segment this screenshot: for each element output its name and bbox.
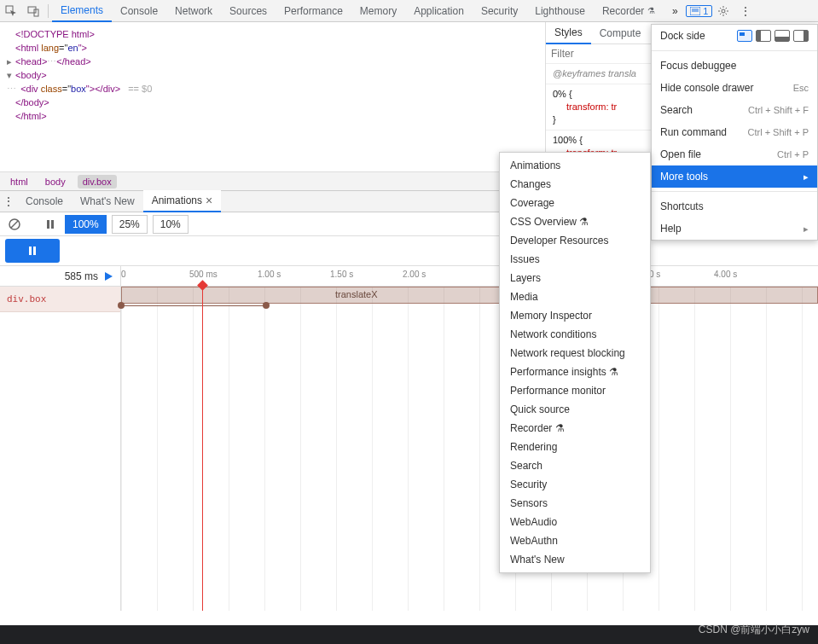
drawer-tab-whatsnew[interactable]: What's New (72, 190, 143, 212)
settings-gear-icon[interactable] (712, 0, 734, 22)
animation-group-thumb[interactable] (5, 239, 60, 263)
menu-open-file[interactable]: Open fileCtrl + P (652, 143, 817, 165)
animation-label: translateX (335, 289, 378, 299)
more-tools-item[interactable]: CSS Overview ⚗ (500, 212, 650, 231)
more-tools-item[interactable]: Security (500, 475, 650, 494)
svg-rect-10 (33, 247, 36, 255)
drawer-tab-animations[interactable]: Animations× (143, 190, 222, 212)
more-tools-item[interactable]: Performance insights ⚗ (500, 363, 650, 381)
more-tools-item[interactable]: Performance monitor (500, 381, 650, 400)
ruler-tick: 500 ms (189, 270, 218, 279)
tab-recorder[interactable]: Recorder⚗ (594, 0, 664, 22)
more-tools-item[interactable]: Issues (500, 250, 650, 269)
dock-bottom-icon[interactable] (774, 30, 790, 42)
tab-memory[interactable]: Memory (351, 0, 405, 22)
timeline-tracks[interactable]: translateX (121, 287, 818, 611)
menu-search[interactable]: SearchCtrl + Shift + F (652, 99, 817, 121)
drawer-tab-console[interactable]: Console (17, 190, 72, 212)
tab-performance[interactable]: Performance (276, 0, 351, 22)
ruler-tick: 1.00 s (258, 270, 281, 279)
more-tools-item[interactable]: What's New (500, 550, 650, 569)
tab-console[interactable]: Console (112, 0, 166, 22)
kebab-menu-icon[interactable]: ⋮ (734, 0, 757, 22)
more-tools-item[interactable]: Network request blocking (500, 344, 650, 363)
animation-track-name[interactable]: div.box (0, 287, 120, 312)
ruler-tick: 1.50 s (330, 270, 353, 279)
styles-tab-computed[interactable]: Compute (591, 22, 650, 44)
dock-right-icon[interactable] (793, 30, 809, 42)
more-tools-submenu: AnimationsChangesCoverageCSS Overview ⚗D… (499, 152, 651, 573)
svg-rect-9 (29, 247, 32, 255)
watermark: CSDN @前端小小白zyw (699, 623, 809, 637)
more-tools-item[interactable]: Network conditions (500, 325, 650, 344)
scrub-time: 585 ms (65, 270, 98, 282)
speed-10[interactable]: 10% (153, 215, 189, 234)
dock-undock-icon[interactable] (737, 30, 752, 42)
play-icon[interactable] (103, 271, 113, 281)
styles-tab-styles[interactable]: Styles (546, 22, 591, 44)
close-icon[interactable]: × (206, 194, 212, 207)
dock-side-row: Dock side (652, 25, 817, 47)
ruler-tick: 2.00 s (403, 270, 426, 279)
clear-icon[interactable] (5, 215, 24, 234)
menu-shortcuts[interactable]: Shortcuts (652, 195, 817, 218)
svg-rect-8 (51, 220, 54, 229)
svg-rect-7 (47, 220, 49, 229)
issues-badge[interactable]: 1 (686, 5, 712, 17)
more-tools-item[interactable]: Media (500, 287, 650, 306)
more-tools-item[interactable]: Layers (500, 269, 650, 287)
timeline-scrubber[interactable] (202, 287, 203, 611)
breadcrumb-item[interactable]: html (5, 175, 33, 189)
more-tools-item[interactable]: Search (500, 456, 650, 475)
menu-run-command[interactable]: Run commandCtrl + Shift + P (652, 121, 817, 143)
more-tools-item[interactable]: Quick source (500, 400, 650, 419)
more-tools-item[interactable]: Animations (500, 156, 650, 175)
more-tools-item[interactable]: Memory Inspector (500, 306, 650, 325)
animation-buffer (0, 236, 818, 266)
menu-more-tools[interactable]: More tools▸ (652, 165, 817, 188)
breadcrumb-item[interactable]: div.box (78, 175, 117, 189)
menu-help[interactable]: Help▸ (652, 218, 817, 240)
menu-hide-drawer[interactable]: Hide console drawerEsc (652, 77, 817, 99)
svg-line-6 (11, 221, 18, 228)
ruler-tick: 4.00 s (714, 270, 737, 279)
more-tabs-icon[interactable]: » (664, 0, 686, 22)
inspect-icon[interactable] (0, 0, 22, 22)
dock-left-icon[interactable] (756, 30, 771, 42)
more-tools-item[interactable]: Developer Resources (500, 231, 650, 250)
speed-25[interactable]: 25% (112, 215, 148, 234)
tab-network[interactable]: Network (166, 0, 221, 22)
settings-dropdown: Dock side Focus debuggee Hide console dr… (651, 24, 818, 241)
more-tools-item[interactable]: Changes (500, 175, 650, 194)
tab-sources[interactable]: Sources (221, 0, 276, 22)
more-tools-item[interactable]: Rendering (500, 438, 650, 456)
device-toggle-icon[interactable] (22, 0, 44, 22)
animation-bar[interactable]: translateX (121, 287, 818, 304)
tab-application[interactable]: Application (405, 0, 473, 22)
menu-focus-debuggee[interactable]: Focus debuggee (652, 55, 817, 77)
bottom-bar (0, 625, 818, 644)
timeline-body: div.box translateX (0, 287, 818, 611)
drawer-menu-icon[interactable]: ⋮ (0, 195, 17, 207)
speed-100[interactable]: 100% (65, 215, 107, 234)
more-tools-item[interactable]: Recorder ⚗ (500, 419, 650, 438)
more-tools-item[interactable]: Coverage (500, 194, 650, 212)
svg-point-4 (722, 9, 725, 13)
main-tab-bar: Elements Console Network Sources Perform… (0, 0, 818, 22)
elements-tree[interactable]: <!DOCTYPE html> <html lang="en"> ▸<head>… (0, 22, 545, 171)
more-tools-item[interactable]: Sensors (500, 494, 650, 513)
tab-security[interactable]: Security (473, 0, 526, 22)
pause-all-icon[interactable] (41, 215, 60, 234)
breadcrumb-item[interactable]: body (40, 175, 71, 189)
more-tools-item[interactable]: WebAuthn (500, 531, 650, 550)
timeline-ruler[interactable]: 585 ms 0500 ms1.00 s1.50 s2.00 s3.50 s4.… (0, 266, 818, 287)
more-tools-item[interactable]: WebAudio (500, 513, 650, 531)
ruler-tick: 0 (121, 270, 126, 279)
tab-lighthouse[interactable]: Lighthouse (526, 0, 594, 22)
tab-elements[interactable]: Elements (52, 0, 112, 22)
